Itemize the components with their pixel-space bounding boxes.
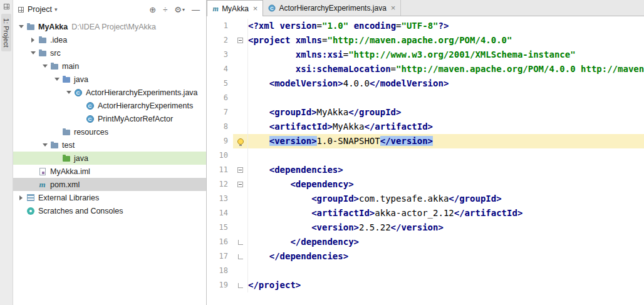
code-line-7[interactable]: 7 <groupId>MyAkka</groupId> [207, 105, 644, 120]
fold-start-icon[interactable] [237, 182, 243, 187]
tree-item-pom-xml[interactable]: mpom.xml [13, 178, 206, 191]
folder-icon [37, 33, 48, 46]
code-line-3[interactable]: 3 xmlns:xsi="http://www.w3.org/2001/XMLS… [207, 48, 644, 62]
tree-item-main[interactable]: main [13, 59, 206, 73]
tree-item-label: test [62, 141, 75, 150]
tree-item-myakka-iml[interactable]: MyAkka.iml [13, 165, 206, 178]
tree-item-scratches-and-consoles[interactable]: Scratches and Consoles [13, 204, 206, 217]
hide-panel-icon[interactable]: — [192, 5, 200, 14]
code-line-16[interactable]: 16 </dependency> [207, 235, 644, 249]
line-number: 2 [207, 33, 233, 48]
fold-end-icon[interactable] [238, 254, 243, 259]
chevron-expanded-icon[interactable] [41, 59, 49, 73]
tree-item-test[interactable]: test [13, 138, 206, 152]
code-text: <version>2.5.22</version> [248, 220, 644, 235]
folder-icon [25, 20, 36, 33]
intention-bulb-icon[interactable] [237, 138, 244, 145]
line-number: 4 [207, 62, 233, 76]
close-tab-icon[interactable]: × [391, 3, 396, 13]
code-text: xsi:schemaLocation="http://maven.apache.… [248, 62, 644, 76]
line-number: 8 [207, 120, 233, 134]
code-line-2[interactable]: 2<project xmlns="http://maven.apache.org… [207, 33, 644, 48]
gutter-fold-column [233, 105, 248, 120]
code-line-9[interactable]: 9 <version>1.0-SNAPSHOT</version> [207, 134, 644, 148]
tree-item-idea[interactable]: .idea [13, 33, 206, 46]
gutter-fold-column [233, 278, 248, 292]
tree-item-myakka[interactable]: MyAkkaD:\IDEA Project\MyAkka [13, 20, 206, 33]
code-editor[interactable]: 1<?xml version="1.0" encoding="UTF-8"?>2… [207, 16, 644, 305]
code-line-4[interactable]: 4 xsi:schemaLocation="http://maven.apach… [207, 62, 644, 76]
project-view-selector[interactable]: Project ▾ [28, 5, 57, 14]
chevron-spacer [29, 165, 37, 178]
chevron-spacer [53, 125, 61, 138]
code-line-8[interactable]: 8 <artifactId>MyAkka</artifactId> [207, 120, 644, 134]
tree-item-label: ActorHierarchyExperiments.java [86, 88, 198, 97]
gutter-fold-column [233, 134, 248, 148]
chevron-expanded-icon[interactable] [53, 73, 61, 86]
code-line-10[interactable]: 10 [207, 148, 644, 163]
code-line-19[interactable]: 19</project> [207, 278, 644, 292]
tree-item-external-libraries[interactable]: External Libraries [13, 191, 206, 204]
chevron-expanded-icon[interactable] [65, 86, 73, 99]
folder-icon [37, 46, 48, 59]
tree-item-path: D:\IDEA Project\MyAkka [71, 23, 156, 31]
chevron-expanded-icon[interactable] [29, 46, 37, 59]
code-line-13[interactable]: 13 <groupId>com.typesafe.akka</groupId> [207, 192, 644, 206]
tool-stripe-project-button[interactable]: 1: Project [1, 14, 11, 51]
gutter-fold-column [233, 33, 248, 48]
code-line-17[interactable]: 17 </dependencies> [207, 249, 644, 264]
line-number: 3 [207, 48, 233, 62]
tree-item-java[interactable]: java [13, 152, 206, 165]
tree-item-resources[interactable]: resources [13, 125, 206, 138]
code-line-5[interactable]: 5 <modelVersion>4.0.0</modelVersion> [207, 76, 644, 91]
chevron-collapsed-icon[interactable] [29, 33, 37, 46]
code-line-6[interactable]: 6 [207, 91, 644, 105]
gutter-fold-column [233, 192, 248, 206]
close-tab-icon[interactable]: × [253, 4, 258, 13]
gutter-fold-column [233, 220, 248, 235]
locate-file-icon[interactable]: ⊕ [149, 5, 156, 14]
chevron-collapsed-icon[interactable] [17, 191, 25, 204]
tree-item-java[interactable]: java [13, 73, 206, 86]
code-line-11[interactable]: 11 <dependencies> [207, 163, 644, 177]
chevron-expanded-icon[interactable] [41, 138, 49, 152]
chevron-spacer [17, 204, 25, 217]
line-number: 7 [207, 105, 233, 120]
folder-source-icon [61, 73, 71, 86]
line-number: 19 [207, 278, 233, 292]
tree-item-label: Scratches and Consoles [38, 207, 123, 215]
gutter-fold-column [233, 264, 248, 278]
tree-item-printmyactorrefactor[interactable]: CPrintMyActorRefActor [13, 112, 206, 125]
fold-end-icon[interactable] [238, 283, 243, 288]
folder-icon [49, 59, 60, 73]
fold-start-icon[interactable] [237, 38, 243, 43]
chevron-expanded-icon[interactable] [17, 20, 25, 33]
gutter-fold-column [233, 163, 248, 177]
maven-icon: m [37, 178, 48, 191]
code-text: <modelVersion>4.0.0</modelVersion> [248, 76, 644, 91]
editor-tab-myakka[interactable]: mMyAkka× [207, 0, 263, 16]
class-icon: C [85, 99, 95, 112]
code-line-12[interactable]: 12 <dependency> [207, 177, 644, 192]
code-line-14[interactable]: 14 <artifactId>akka-actor_2.12</artifact… [207, 206, 644, 220]
editor-tab-actorhierarchyexperiments-java[interactable]: CActorHierarchyExperiments.java× [263, 0, 401, 16]
code-line-1[interactable]: 1<?xml version="1.0" encoding="UTF-8"?> [207, 19, 644, 33]
gutter-fold-column [233, 19, 248, 33]
tree-item-label: MyAkka [38, 23, 68, 31]
line-number: 6 [207, 91, 233, 105]
line-number: 10 [207, 148, 233, 163]
tree-item-actorhierarchyexperiments[interactable]: CActorHierarchyExperiments [13, 99, 206, 112]
tree-item-src[interactable]: src [13, 46, 206, 59]
tree-item-actorhierarchyexperiments-java[interactable]: CActorHierarchyExperiments.java [13, 86, 206, 99]
code-line-15[interactable]: 15 <version>2.5.22</version> [207, 220, 644, 235]
tool-windows-grid-icon[interactable] [4, 4, 9, 9]
fold-start-icon[interactable] [237, 167, 243, 173]
tree-item-label: pom.xml [50, 180, 80, 189]
settings-gear-icon[interactable]: ⚙▾ [174, 5, 185, 14]
code-line-18[interactable]: 18 [207, 264, 644, 278]
tree-item-label: resources [74, 128, 108, 137]
gutter-fold-column [233, 148, 248, 163]
collapse-all-icon[interactable]: ÷ [163, 5, 167, 14]
gutter-fold-column [233, 235, 248, 249]
fold-end-icon[interactable] [238, 240, 243, 245]
